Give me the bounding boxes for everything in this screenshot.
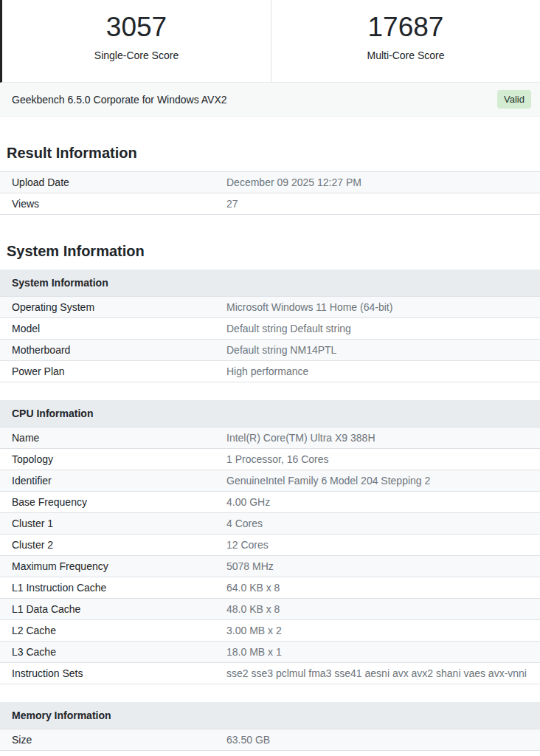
table-row: L3 Cache 18.0 MB x 1 (0, 642, 540, 663)
single-core-score-box: 3057 Single-Core Score (2, 0, 271, 82)
result-information-heading: Result Information (7, 145, 540, 162)
row-value: December 09 2025 12:27 PM (226, 173, 540, 192)
score-panel: 3057 Single-Core Score 17687 Multi-Core … (0, 0, 540, 83)
table-row: Operating System Microsoft Windows 11 Ho… (0, 297, 540, 318)
row-value: 4 Cores (226, 514, 540, 533)
multi-core-score-box: 17687 Multi-Core Score (271, 0, 540, 82)
table-row: Power Plan High performance (0, 361, 540, 382)
subsection-header: Memory Information (0, 702, 540, 729)
memory-table: Size 63.50 GB (0, 729, 540, 751)
table-row: L1 Data Cache 48.0 KB x 8 (0, 599, 540, 620)
row-label: Identifier (0, 471, 226, 490)
valid-status-badge: Valid (497, 90, 531, 109)
subsection-header: CPU Information (0, 400, 540, 427)
benchmark-bar: Geekbench 6.5.0 Corporate for Windows AV… (0, 83, 540, 117)
table-row: Size 63.50 GB (0, 729, 540, 751)
benchmark-title: Geekbench 6.5.0 Corporate for Windows AV… (12, 94, 227, 106)
table-row: Base Frequency 4.00 GHz (0, 492, 540, 513)
row-label: L3 Cache (0, 642, 226, 662)
row-value: GenuineIntel Family 6 Model 204 Stepping… (226, 471, 540, 490)
result-information-table: Upload Date December 09 2025 12:27 PM Vi… (0, 171, 540, 215)
row-label: Name (0, 428, 226, 447)
row-label: Model (0, 319, 226, 338)
row-label: Upload Date (0, 173, 226, 192)
row-value: 64.0 KB x 8 (226, 578, 540, 597)
table-row: L2 Cache 3.00 MB x 2 (0, 620, 540, 642)
row-label: Size (0, 730, 226, 749)
row-value: 18.0 MB x 1 (226, 642, 540, 662)
row-label: Power Plan (0, 362, 226, 381)
row-value: Default string Default string (226, 319, 540, 338)
table-row: Cluster 1 4 Cores (0, 513, 540, 535)
single-core-score-label: Single-Core Score (2, 49, 271, 61)
row-label: Motherboard (0, 340, 226, 360)
row-value: 5078 MHz (226, 557, 540, 576)
row-value: Default string NM14PTL (226, 340, 540, 360)
table-row: Cluster 2 12 Cores (0, 535, 540, 556)
row-label: L1 Instruction Cache (0, 578, 226, 597)
table-row: Maximum Frequency 5078 MHz (0, 556, 540, 577)
subsection-cpu: CPU Information Name Intel(R) Core(TM) U… (0, 400, 540, 684)
system-information-heading: System Information (7, 243, 540, 260)
cpu-table: Name Intel(R) Core(TM) Ultra X9 388H Top… (0, 427, 540, 684)
row-label: L2 Cache (0, 621, 226, 640)
row-label: Instruction Sets (0, 664, 226, 683)
multi-core-score-value: 17687 (271, 12, 540, 44)
row-value: Microsoft Windows 11 Home (64-bit) (226, 298, 540, 317)
row-label: Base Frequency (0, 492, 226, 512)
row-value: sse2 sse3 pclmul fma3 sse41 aesni avx av… (226, 664, 540, 683)
table-row: Identifier GenuineIntel Family 6 Model 2… (0, 470, 540, 492)
row-value: 63.50 GB (226, 730, 540, 749)
row-value: 48.0 KB x 8 (226, 599, 540, 619)
row-value: 1 Processor, 16 Cores (226, 450, 540, 469)
row-value: 27 (226, 194, 540, 213)
table-row: L1 Instruction Cache 64.0 KB x 8 (0, 577, 540, 599)
table-row: Upload Date December 09 2025 12:27 PM (0, 172, 540, 193)
row-label: Operating System (0, 298, 226, 317)
subsection-memory: Memory Information Size 63.50 GB (0, 702, 540, 751)
row-label: Cluster 1 (0, 514, 226, 533)
row-label: L1 Data Cache (0, 599, 226, 619)
table-row: Instruction Sets sse2 sse3 pclmul fma3 s… (0, 663, 540, 684)
row-value: 4.00 GHz (226, 492, 540, 512)
subsection-header: System Information (0, 269, 540, 297)
system-table: Operating System Microsoft Windows 11 Ho… (0, 297, 540, 382)
subsection-system: System Information Operating System Micr… (0, 269, 540, 382)
table-row: Model Default string Default string (0, 318, 540, 340)
row-label: Cluster 2 (0, 535, 226, 554)
table-row: Views 27 (0, 193, 540, 215)
row-label: Maximum Frequency (0, 557, 226, 576)
single-core-score-value: 3057 (2, 12, 271, 44)
row-label: Topology (0, 450, 226, 469)
table-row: Motherboard Default string NM14PTL (0, 340, 540, 361)
row-value: 12 Cores (226, 535, 540, 554)
multi-core-score-label: Multi-Core Score (271, 49, 540, 61)
row-value: High performance (226, 362, 540, 381)
row-value: Intel(R) Core(TM) Ultra X9 388H (226, 428, 540, 447)
table-row: Topology 1 Processor, 16 Cores (0, 449, 540, 470)
row-label: Views (0, 194, 226, 213)
row-value: 3.00 MB x 2 (226, 621, 540, 640)
table-row: Name Intel(R) Core(TM) Ultra X9 388H (0, 427, 540, 449)
